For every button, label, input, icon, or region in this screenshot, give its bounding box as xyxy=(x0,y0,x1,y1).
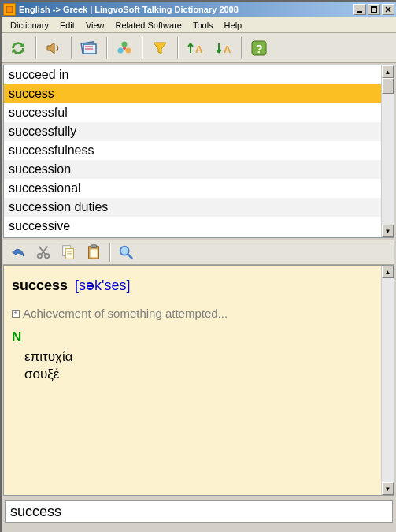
clipboard-icon xyxy=(85,244,102,261)
svg-point-10 xyxy=(122,41,128,47)
svg-rect-1 xyxy=(357,11,362,13)
expand-icon[interactable]: + xyxy=(12,310,20,318)
search-bar xyxy=(2,496,396,532)
word-list-item[interactable]: succeed in xyxy=(4,65,394,84)
svg-text:A: A xyxy=(224,43,231,55)
svg-rect-3 xyxy=(371,6,377,8)
scroll-down-button[interactable]: ▼ xyxy=(382,225,394,237)
toolbar-separator xyxy=(71,37,72,59)
translation: σουξέ xyxy=(24,366,386,383)
help-icon: ? xyxy=(250,39,268,58)
svg-point-13 xyxy=(123,47,126,50)
options-button[interactable] xyxy=(111,35,138,61)
refresh-button[interactable] xyxy=(5,35,31,61)
word-list-item[interactable]: successional xyxy=(4,179,394,198)
refresh-icon xyxy=(9,39,28,58)
word-list-item[interactable]: successful xyxy=(4,103,394,122)
help-button[interactable]: ? xyxy=(246,35,272,61)
window-title: English -> Greek | LingvoSoft Talking Di… xyxy=(19,5,352,14)
secondary-toolbar xyxy=(3,240,394,265)
scrollbar[interactable]: ▲ ▼ xyxy=(381,266,394,495)
menu-related-software[interactable]: Related Software xyxy=(110,19,187,32)
flashcard-button[interactable] xyxy=(76,35,102,61)
word-list-item[interactable]: successfully xyxy=(4,122,394,141)
sort-down-icon: A xyxy=(214,39,233,58)
paste-button[interactable] xyxy=(82,241,105,263)
search-input[interactable] xyxy=(5,500,393,523)
undo-button[interactable] xyxy=(6,241,30,263)
scrollbar[interactable]: ▲ ▼ xyxy=(381,65,394,237)
scissors-icon xyxy=(35,244,52,261)
maximize-button[interactable] xyxy=(368,4,380,15)
titlebar: English -> Greek | LingvoSoft Talking Di… xyxy=(2,2,396,17)
copy-icon xyxy=(60,244,77,261)
pronunciation: [sək'ses] xyxy=(75,277,130,293)
scroll-up-button[interactable]: ▲ xyxy=(382,65,394,78)
speak-button[interactable] xyxy=(40,35,67,61)
svg-rect-0 xyxy=(6,6,13,13)
menubar: Dictionary Edit View Related Software To… xyxy=(2,17,396,33)
sort-ascending-button[interactable]: A xyxy=(182,35,209,61)
menu-tools[interactable]: Tools xyxy=(187,19,219,32)
svg-point-12 xyxy=(126,47,131,53)
word-list-item[interactable]: succession duties xyxy=(4,198,394,217)
svg-rect-28 xyxy=(90,249,97,257)
scroll-down-button[interactable]: ▼ xyxy=(382,482,394,495)
app-icon xyxy=(3,3,16,16)
toolbar-separator xyxy=(177,37,178,59)
svg-point-11 xyxy=(118,47,124,53)
close-button[interactable] xyxy=(382,4,394,15)
menu-edit[interactable]: Edit xyxy=(54,19,80,32)
cut-button[interactable] xyxy=(31,241,55,263)
card-icon xyxy=(80,39,98,58)
part-of-speech: N xyxy=(12,329,386,345)
svg-text:?: ? xyxy=(255,42,262,55)
toolbar-separator xyxy=(241,37,242,59)
word-list[interactable]: succeed insuccesssuccessfulsuccessfullys… xyxy=(4,65,394,237)
definition-heading: success [sək'ses] xyxy=(12,277,386,294)
sense-row: + Achievement of something attempted... xyxy=(12,307,386,320)
menu-view[interactable]: View xyxy=(80,19,110,32)
funnel-icon xyxy=(150,39,169,58)
toolbar-separator xyxy=(109,243,110,262)
undo-icon xyxy=(9,244,27,261)
word-list-item[interactable]: successfulness xyxy=(4,141,394,160)
sort-up-icon: A xyxy=(186,39,205,58)
word-list-item[interactable]: successive xyxy=(4,217,394,236)
svg-line-30 xyxy=(128,255,132,259)
sort-descending-button[interactable]: A xyxy=(210,35,237,61)
word-list-item[interactable]: success xyxy=(4,84,394,103)
shapes-icon xyxy=(115,39,134,58)
svg-text:A: A xyxy=(195,43,203,55)
main-toolbar: A A ? xyxy=(2,33,396,63)
word-list-panel: succeed insuccesssuccessfulsuccessfullys… xyxy=(3,65,394,238)
definition-panel: success [sək'ses] + Achievement of somet… xyxy=(3,265,394,496)
search-button[interactable] xyxy=(114,241,138,263)
translation: επιτυχία xyxy=(24,348,386,366)
menu-dictionary[interactable]: Dictionary xyxy=(5,19,54,32)
filter-button[interactable] xyxy=(146,35,173,61)
sense-text: Achievement of something attempted... xyxy=(23,307,228,320)
toolbar-separator xyxy=(35,37,36,59)
magnifier-icon xyxy=(117,244,135,261)
word-list-item[interactable]: succession xyxy=(4,160,394,179)
scroll-up-button[interactable]: ▲ xyxy=(382,266,394,278)
menu-help[interactable]: Help xyxy=(219,19,248,32)
copy-button[interactable] xyxy=(57,241,80,263)
svg-rect-27 xyxy=(91,245,96,248)
minimize-button[interactable] xyxy=(353,4,366,15)
scroll-thumb[interactable] xyxy=(382,78,394,94)
window-controls xyxy=(352,4,394,15)
speaker-icon xyxy=(44,39,63,58)
toolbar-separator xyxy=(142,37,142,59)
headword: success xyxy=(12,277,68,293)
toolbar-separator xyxy=(106,37,107,59)
